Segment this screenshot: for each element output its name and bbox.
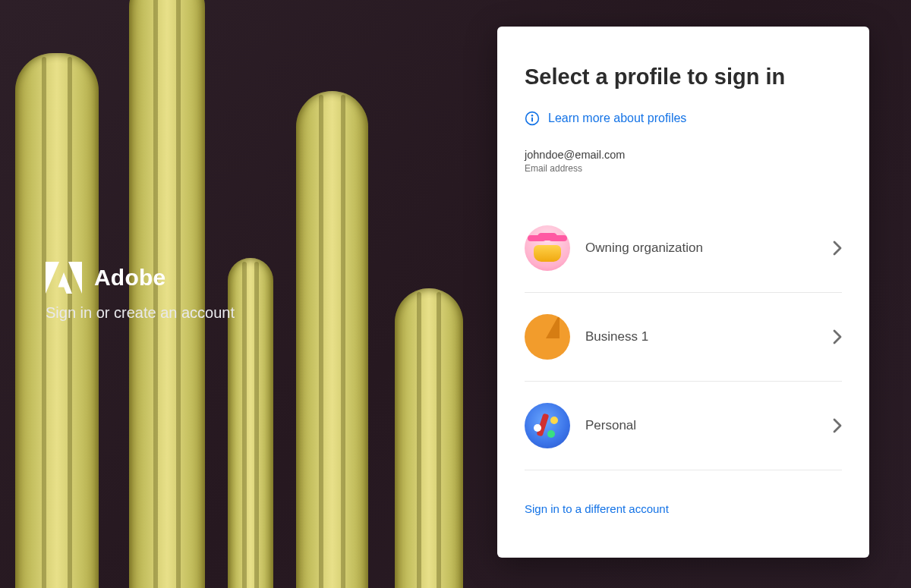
avatar bbox=[525, 225, 570, 271]
info-icon bbox=[525, 111, 540, 126]
profile-option-personal[interactable]: Personal bbox=[525, 382, 842, 470]
learn-more-row[interactable]: Learn more about profiles bbox=[525, 111, 842, 126]
profile-option-owning-organization[interactable]: Owning organization bbox=[525, 204, 842, 293]
svg-point-1 bbox=[531, 115, 534, 117]
brand-block: Adobe Sign in or create an account bbox=[46, 262, 235, 322]
decorative-cactus bbox=[395, 288, 463, 588]
profile-label: Business 1 bbox=[585, 329, 818, 344]
decorative-cactus bbox=[296, 91, 368, 588]
email-block: johndoe@email.com Email address bbox=[525, 149, 842, 174]
profile-label: Personal bbox=[585, 418, 818, 433]
brand-name: Adobe bbox=[94, 265, 165, 291]
email-label: Email address bbox=[525, 163, 842, 174]
avatar bbox=[525, 314, 570, 360]
profile-option-business-1[interactable]: Business 1 bbox=[525, 293, 842, 382]
chevron-right-icon bbox=[833, 418, 842, 433]
profile-label: Owning organization bbox=[585, 241, 818, 256]
adobe-logo-icon bbox=[46, 262, 82, 294]
chevron-right-icon bbox=[833, 241, 842, 256]
brand-subtitle: Sign in or create an account bbox=[46, 304, 235, 322]
profile-list: Owning organization Business 1 Personal bbox=[525, 204, 842, 470]
svg-rect-2 bbox=[531, 118, 533, 122]
sign-in-different-account-link[interactable]: Sign in to a different account bbox=[525, 502, 669, 515]
panel-title: Select a profile to sign in bbox=[525, 64, 842, 90]
chevron-right-icon bbox=[833, 329, 842, 344]
profile-selector-panel: Select a profile to sign in Learn more a… bbox=[497, 27, 869, 558]
learn-more-link[interactable]: Learn more about profiles bbox=[548, 112, 686, 125]
email-value: johndoe@email.com bbox=[525, 149, 842, 161]
avatar bbox=[525, 403, 570, 448]
